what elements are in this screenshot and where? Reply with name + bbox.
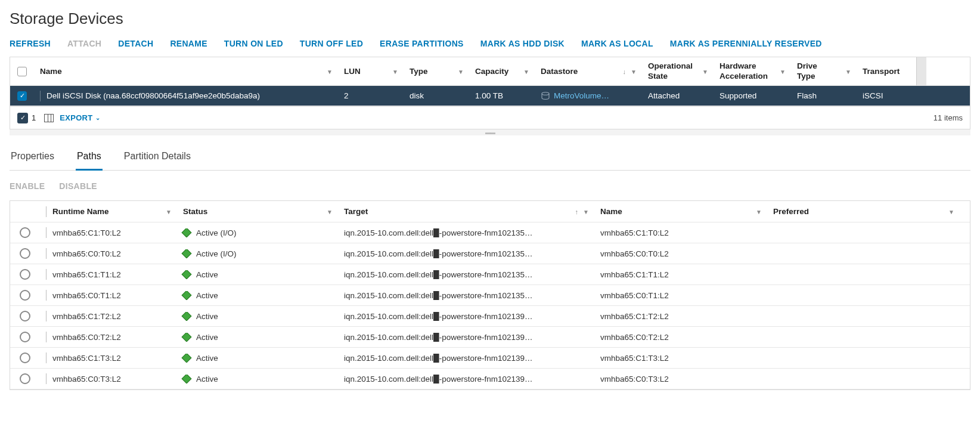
path-radio-cell[interactable] <box>10 269 40 280</box>
page-title: Storage Devices <box>10 10 970 28</box>
col-header-preferred-label: Preferred <box>773 207 809 216</box>
turn-off-led-button[interactable]: TURN OFF LED <box>300 39 363 48</box>
devices-grid-footer: ✓ 1 EXPORT ⌄ 11 items <box>10 106 970 129</box>
col-header-operational-state[interactable]: OperationalState ▼ <box>642 57 714 85</box>
col-header-capacity[interactable]: Capacity ▼ <box>469 57 535 85</box>
col-header-path-name[interactable]: Name ▼ <box>594 207 767 216</box>
path-radio[interactable] <box>20 227 30 238</box>
path-radio-cell[interactable] <box>10 248 40 259</box>
turn-on-led-button[interactable]: TURN ON LED <box>224 39 283 48</box>
filter-icon[interactable]: ▼ <box>523 68 529 75</box>
path-status-cell: Active <box>177 291 338 300</box>
status-active-icon <box>182 291 192 300</box>
col-header-status[interactable]: Status ▼ <box>177 207 338 216</box>
col-header-target[interactable]: Target ↑ ▼ <box>338 207 594 216</box>
enable-path-button[interactable]: ENABLE <box>10 181 45 191</box>
sort-icon[interactable]: ↑ <box>575 208 579 215</box>
row-checkbox-cell[interactable]: ✓ <box>10 91 34 101</box>
path-radio-cell[interactable] <box>10 311 40 321</box>
path-row[interactable]: vmhba65:C1:T3:L2Activeiqn.2015-10.com.de… <box>10 348 970 369</box>
erase-partitions-button[interactable]: ERASE PARTITIONS <box>380 39 464 48</box>
column-picker-icon[interactable] <box>44 114 54 122</box>
mark-local-button[interactable]: MARK AS LOCAL <box>581 39 653 48</box>
export-label: EXPORT <box>60 113 92 122</box>
filter-icon[interactable]: ▼ <box>780 68 786 75</box>
path-radio-cell[interactable] <box>10 290 40 301</box>
filter-icon[interactable]: ▼ <box>631 68 637 75</box>
filter-icon[interactable]: ▼ <box>327 208 333 215</box>
detach-button[interactable]: DETACH <box>118 39 153 48</box>
col-header-runtime-name[interactable]: Runtime Name ▼ <box>40 206 177 217</box>
tab-paths[interactable]: Paths <box>76 147 103 171</box>
path-radio[interactable] <box>20 373 30 384</box>
devices-grid-body[interactable]: ✓Dell iSCSI Disk (naa.68ccf09800664f51af… <box>10 86 970 106</box>
path-radio-cell[interactable] <box>10 332 40 342</box>
col-header-datastore[interactable]: Datastore ↓ ▼ <box>535 57 642 85</box>
col-header-transport[interactable]: Transport <box>857 57 916 85</box>
filter-icon[interactable]: ▼ <box>458 68 464 75</box>
col-header-operational-state-label: OperationalState <box>648 61 693 81</box>
path-row[interactable]: vmhba65:C1:T2:L2Activeiqn.2015-10.com.de… <box>10 306 970 327</box>
path-radio[interactable] <box>20 352 30 363</box>
path-row[interactable]: vmhba65:C1:T0:L2Active (I/O)iqn.2015-10.… <box>10 222 970 243</box>
tab-partition-details[interactable]: Partition Details <box>123 147 192 170</box>
rename-button[interactable]: RENAME <box>170 39 207 48</box>
path-row[interactable]: vmhba65:C0:T3:L2Activeiqn.2015-10.com.de… <box>10 369 970 389</box>
select-all-header[interactable] <box>10 57 34 85</box>
refresh-button[interactable]: REFRESH <box>10 39 51 48</box>
row-checkbox[interactable]: ✓ <box>17 91 27 101</box>
mark-perennial-button[interactable]: MARK AS PERENNIALLY RESERVED <box>670 39 822 48</box>
path-row[interactable]: vmhba65:C1:T1:L2Activeiqn.2015-10.com.de… <box>10 264 970 285</box>
path-row[interactable]: vmhba65:C0:T0:L2Active (I/O)iqn.2015-10.… <box>10 243 970 264</box>
path-radio[interactable] <box>20 332 30 342</box>
col-header-hw-accel[interactable]: HardwareAcceleration ▼ <box>714 57 791 85</box>
tab-properties[interactable]: Properties <box>10 147 55 170</box>
col-header-runtime-name-label: Runtime Name <box>52 207 109 216</box>
filter-icon[interactable]: ▼ <box>948 208 954 215</box>
svg-point-0 <box>542 92 549 95</box>
device-datastore-cell[interactable]: MetroVolume… <box>535 91 642 100</box>
path-row[interactable]: vmhba65:C0:T2:L2Activeiqn.2015-10.com.de… <box>10 327 970 348</box>
sort-icon[interactable]: ↓ <box>623 68 627 75</box>
col-header-preferred[interactable]: Preferred ▼ <box>767 207 960 216</box>
device-row[interactable]: ✓Dell iSCSI Disk (naa.68ccf09800664f51af… <box>10 86 970 106</box>
col-header-transport-label: Transport <box>863 67 900 76</box>
status-active-icon <box>182 270 192 279</box>
status-active-icon <box>182 228 192 237</box>
mark-hdd-button[interactable]: MARK AS HDD DISK <box>480 39 565 48</box>
detail-tabs: Properties Paths Partition Details <box>10 147 970 171</box>
path-name-cell: vmhba65:C0:T1:L2 <box>594 291 767 300</box>
path-radio-cell[interactable] <box>10 227 40 238</box>
col-header-type[interactable]: Type ▼ <box>404 57 469 85</box>
path-radio-cell[interactable] <box>10 373 40 384</box>
path-radio[interactable] <box>20 269 30 280</box>
path-radio-cell[interactable] <box>10 352 40 363</box>
filter-icon[interactable]: ▼ <box>756 208 762 215</box>
split-handle[interactable]: ▬▬ <box>10 129 970 135</box>
filter-icon[interactable]: ▼ <box>392 68 398 75</box>
col-header-lun[interactable]: LUN ▼ <box>338 57 404 85</box>
filter-icon[interactable]: ▼ <box>845 68 851 75</box>
filter-icon[interactable]: ▼ <box>327 68 333 75</box>
path-radio[interactable] <box>20 311 30 321</box>
filter-icon[interactable]: ▼ <box>166 208 172 215</box>
col-header-drive-type[interactable]: DriveType ▼ <box>791 57 857 85</box>
device-drivetype-cell: Flash <box>791 91 857 100</box>
export-button[interactable]: EXPORT ⌄ <box>60 113 100 122</box>
col-header-name[interactable]: Name ▼ <box>34 57 338 85</box>
filter-icon[interactable]: ▼ <box>702 68 708 75</box>
select-all-checkbox[interactable] <box>17 67 27 76</box>
path-name-cell: vmhba65:C1:T3:L2 <box>594 354 767 363</box>
filter-icon[interactable]: ▼ <box>583 208 589 215</box>
disable-path-button[interactable]: DISABLE <box>59 181 97 191</box>
datastore-link[interactable]: MetroVolume… <box>554 91 609 100</box>
col-header-type-label: Type <box>410 67 428 76</box>
device-capacity-cell: 1.00 TB <box>469 91 535 100</box>
path-target-cell: iqn.2015-10.com.dell:dell█-powerstore-fn… <box>338 375 594 384</box>
col-header-path-name-label: Name <box>600 207 622 216</box>
path-name-cell: vmhba65:C1:T2:L2 <box>594 312 767 321</box>
path-radio[interactable] <box>20 290 30 301</box>
path-row[interactable]: vmhba65:C0:T1:L2Activeiqn.2015-10.com.de… <box>10 285 970 306</box>
path-runtime-cell: vmhba65:C0:T1:L2 <box>40 290 177 301</box>
path-radio[interactable] <box>20 248 30 259</box>
